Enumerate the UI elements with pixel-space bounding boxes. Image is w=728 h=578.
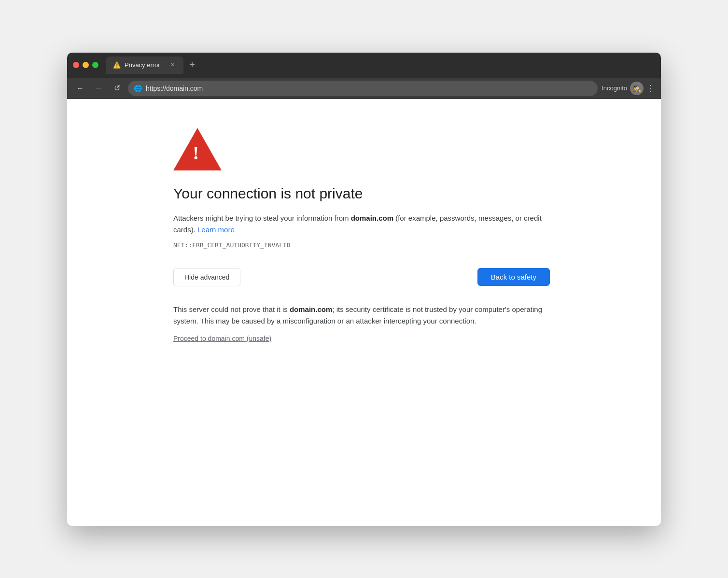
tab-favicon-icon: ⚠️: [113, 61, 121, 69]
button-row: Hide advanced Back to safety: [173, 268, 550, 286]
warning-icon: [173, 128, 222, 172]
learn-more-link[interactable]: Learn more: [197, 226, 235, 234]
reload-button[interactable]: ↺: [110, 81, 124, 96]
forward-button[interactable]: →: [91, 81, 106, 96]
nav-right: Incognito 🕵 ⋮: [602, 82, 655, 95]
description-part1: Attackers might be trying to steal your …: [173, 214, 351, 222]
browser-menu-button[interactable]: ⋮: [646, 83, 655, 94]
close-button[interactable]: [73, 62, 79, 68]
incognito-glyph: 🕵: [633, 85, 641, 92]
maximize-button[interactable]: [92, 62, 98, 68]
page-heading: Your connection is not private: [173, 184, 363, 203]
title-bar: ⚠️ Privacy error ✕ +: [67, 53, 661, 78]
incognito-badge: Incognito 🕵: [602, 82, 644, 95]
address-bar[interactable]: 🌐 https://domain.com: [128, 81, 598, 96]
incognito-label: Incognito: [602, 85, 627, 92]
back-to-safety-button[interactable]: Back to safety: [477, 268, 550, 286]
description-text: Attackers might be trying to steal your …: [173, 212, 550, 236]
new-tab-button[interactable]: +: [185, 58, 199, 72]
advanced-text: This server could not prove that it is d…: [173, 304, 550, 327]
hide-advanced-button[interactable]: Hide advanced: [173, 268, 240, 286]
nav-bar: ← → ↺ 🌐 https://domain.com Incognito 🕵 ⋮: [67, 78, 661, 99]
address-icon: 🌐: [134, 85, 142, 92]
proceed-link[interactable]: Proceed to domain.com (unsafe): [173, 335, 271, 342]
address-text: https://domain.com: [146, 85, 203, 92]
description-domain: domain.com: [351, 214, 393, 222]
back-button[interactable]: ←: [73, 81, 87, 96]
advanced-domain: domain.com: [290, 305, 332, 313]
traffic-lights: [73, 62, 98, 68]
browser-window: ⚠️ Privacy error ✕ + ← → ↺ 🌐 https://dom…: [67, 53, 661, 526]
advanced-text-part1: This server could not prove that it is: [173, 305, 290, 313]
page-content: Your connection is not private Attackers…: [67, 99, 661, 526]
tab-close-icon[interactable]: ✕: [168, 61, 177, 70]
minimize-button[interactable]: [83, 62, 89, 68]
warning-triangle-icon: [173, 128, 222, 170]
active-tab[interactable]: ⚠️ Privacy error ✕: [106, 56, 183, 74]
error-code: NET::ERR_CERT_AUTHORITY_INVALID: [173, 241, 291, 249]
incognito-icon: 🕵: [630, 82, 644, 95]
tab-title: Privacy error: [125, 61, 164, 69]
tab-bar: ⚠️ Privacy error ✕ +: [106, 56, 655, 74]
